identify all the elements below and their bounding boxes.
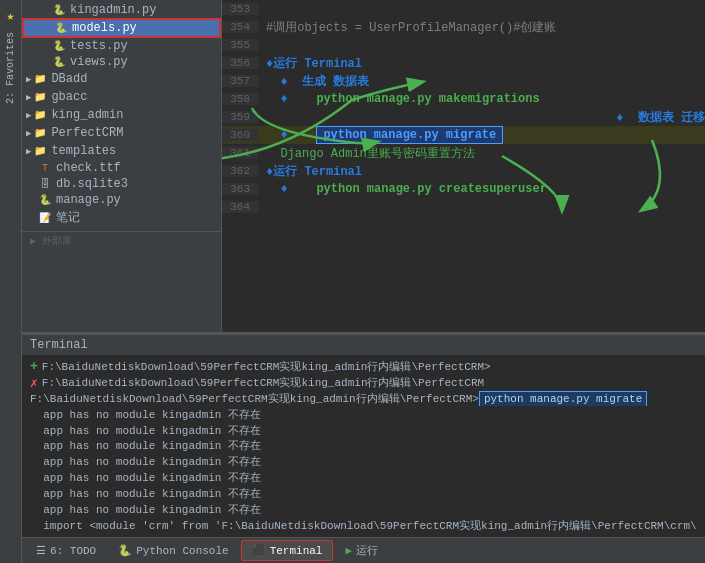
terminal-output-2: app has no module kingadmin 不存在 — [30, 422, 697, 438]
notes-icon: 📝 — [38, 211, 52, 225]
code-357-prefix: ♦ — [266, 92, 316, 106]
line-num-356: 356 — [222, 57, 258, 69]
code-line-358: 358 ♦ python manage.py makemigrations — [222, 90, 705, 108]
terminal-header-label: Terminal — [30, 338, 88, 352]
terminal-line-cross: ✗ F:\BaiduNetdiskDownload\59PerfectCRM实现… — [30, 375, 697, 391]
code-359-content: ♦ 数据表 迁移 — [616, 109, 705, 126]
terminal-import-line: import <module 'crm' from 'F:\BaiduNetdi… — [30, 517, 697, 533]
tree-label-kingadmin: kingadmin.py — [70, 3, 156, 17]
py-icon: 🐍 — [52, 3, 66, 17]
line-num-357: 357 — [222, 75, 258, 87]
terminal-output-5: app has no module kingadmin 不存在 — [30, 470, 697, 486]
folder-icon-perfectcrm: 📁 — [33, 126, 47, 140]
folder-icon-king-admin: 📁 — [33, 108, 47, 122]
tree-item-king-admin[interactable]: ▶ 📁 king_admin — [22, 106, 221, 124]
line-num-362: 362 — [222, 165, 258, 177]
terminal-output-4: app has no module kingadmin 不存在 — [30, 454, 697, 470]
tree-item-perfectcrm[interactable]: ▶ 📁 PerfectCRM — [22, 124, 221, 142]
bottom-tab-bar: ☰ 6: TODO 🐍 Python Console ⬛ Terminal ▶ … — [22, 537, 705, 563]
py-icon-views: 🐍 — [52, 55, 66, 69]
tree-item-gbacc[interactable]: ▶ 📁 gbacc — [22, 88, 221, 106]
migrate-cmd-highlight: python manage.py migrate — [316, 126, 503, 144]
editor-area: 353 354 #调用objects = UserProfileManager(… — [222, 0, 705, 332]
terminal-output-3: app has no module kingadmin 不存在 — [30, 438, 697, 454]
db-icon: 🗄 — [38, 177, 52, 191]
py-icon-tests: 🐍 — [52, 39, 66, 53]
code-line-359: 359 ♦ 数据表 迁移 — [222, 108, 705, 126]
code-357-cmd: python manage.py makemigrations — [316, 92, 539, 106]
tree-item-check-ttf[interactable]: T check.ttf — [22, 160, 221, 176]
line-num-358: 358 — [222, 93, 258, 105]
line-num-364: 364 — [222, 201, 258, 213]
file-tree: 🐍 kingadmin.py 🐍 models.py 🐍 tests.py 🐍 … — [22, 0, 222, 332]
code-line-360: 360 ♦ python manage.py migrate — [222, 126, 705, 144]
terminal-migrate-cmd: python manage.py migrate — [479, 391, 647, 407]
code-line-353: 353 — [222, 0, 705, 18]
main-layout: ★ 2: Favorites 🐍 kingadmin.py 🐍 models.p… — [0, 0, 705, 563]
code-line-363: 363 ♦ python manage.py createsuperuser — [222, 180, 705, 198]
tab-todo-label: 6: TODO — [50, 545, 96, 557]
tab-python-console[interactable]: 🐍 Python Console — [108, 541, 238, 560]
tree-item-views[interactable]: 🐍 views.py — [22, 54, 221, 70]
terminal-section: Terminal + F:\BaiduNetdiskDownload\59Per… — [22, 332, 705, 537]
folder-icon-dbadd: 📁 — [33, 72, 47, 86]
tree-label-templates: templates — [51, 144, 116, 158]
tree-label-king-admin: king_admin — [51, 108, 123, 122]
code-line-357: 357 ♦ 生成 数据表 — [222, 72, 705, 90]
term-path-2: F:\BaiduNetdiskDownload\59PerfectCRM实现ki… — [42, 375, 484, 390]
terminal-output-1: app has no module kingadmin 不存在 — [30, 406, 697, 422]
code-363-cmd: python manage.py createsuperuser — [316, 182, 546, 196]
tab-run-label: 运行 — [356, 543, 378, 558]
tab-python-label: Python Console — [136, 545, 228, 557]
external-libs-label: ▶ 外部库 — [22, 231, 221, 250]
folder-icon-templates: 📁 — [33, 144, 47, 158]
tree-label-notes: 笔记 — [56, 209, 80, 226]
run-icon: ▶ — [345, 544, 352, 557]
code-line-354: 354 #调用objects = UserProfileManager()#创建… — [222, 18, 705, 36]
tree-label-tests: tests.py — [70, 39, 128, 53]
terminal-output-6: app has no module kingadmin 不存在 — [30, 486, 697, 502]
line-num-353: 353 — [222, 3, 258, 15]
tree-label-manage-py: manage.py — [56, 193, 121, 207]
tree-item-tests[interactable]: 🐍 tests.py — [22, 38, 221, 54]
terminal-line-plus: + F:\BaiduNetdiskDownload\59PerfectCRM实现… — [30, 359, 697, 375]
py-icon-manage: 🐍 — [38, 193, 52, 207]
line-num-354: 354 — [222, 21, 258, 33]
python-icon: 🐍 — [118, 544, 132, 557]
tree-item-notes[interactable]: 📝 笔记 — [22, 208, 221, 227]
tree-label-models: models.py — [72, 21, 137, 35]
tree-item-db-sqlite3[interactable]: 🗄 db.sqlite3 — [22, 176, 221, 192]
tree-label-check-ttf: check.ttf — [56, 161, 121, 175]
line-num-355: 355 — [222, 39, 258, 51]
tab-run[interactable]: ▶ 运行 — [335, 540, 388, 561]
tab-terminal[interactable]: ⬛ Terminal — [241, 540, 334, 561]
chevron-right-icon-gbacc: ▶ — [26, 92, 31, 103]
term-path-1: F:\BaiduNetdiskDownload\59PerfectCRM实现ki… — [42, 359, 491, 374]
tree-item-kingadmin[interactable]: 🐍 kingadmin.py — [22, 2, 221, 18]
right-content: 🐍 kingadmin.py 🐍 models.py 🐍 tests.py 🐍 … — [22, 0, 705, 563]
chevron-right-icon-perfectcrm: ▶ — [26, 128, 31, 139]
code-line-356: 356 ♦运行 Terminal — [222, 54, 705, 72]
tree-item-models[interactable]: 🐍 models.py — [22, 18, 221, 38]
terminal-icon: ⬛ — [252, 544, 266, 557]
terminal-content[interactable]: + F:\BaiduNetdiskDownload\59PerfectCRM实现… — [22, 355, 705, 537]
tree-label-views: views.py — [70, 55, 128, 69]
favorites-label: 2: Favorites — [5, 32, 16, 104]
favorites-star: ★ — [7, 8, 15, 24]
favorites-bar: ★ 2: Favorites — [0, 0, 22, 563]
chevron-right-icon-templates: ▶ — [26, 146, 31, 157]
line-num-359: 359 — [222, 111, 258, 123]
tree-item-templates[interactable]: ▶ 📁 templates — [22, 142, 221, 160]
line-num-361: 361 — [222, 147, 258, 159]
folder-icon-gbacc: 📁 — [33, 90, 47, 104]
tree-item-dbadd[interactable]: ▶ 📁 DBadd — [22, 70, 221, 88]
chevron-right-icon-kingadmin: ▶ — [26, 110, 31, 121]
code-line-364: 364 — [222, 198, 705, 216]
tree-item-manage-py[interactable]: 🐍 manage.py — [22, 192, 221, 208]
code-line-362: 362 ♦运行 Terminal — [222, 162, 705, 180]
term-path-3: F:\BaiduNetdiskDownload\59PerfectCRM实现ki… — [30, 391, 479, 406]
line-num-363: 363 — [222, 183, 258, 195]
ttf-icon: T — [38, 161, 52, 175]
chevron-right-icon: ▶ — [26, 74, 31, 85]
tab-todo[interactable]: ☰ 6: TODO — [26, 541, 106, 560]
